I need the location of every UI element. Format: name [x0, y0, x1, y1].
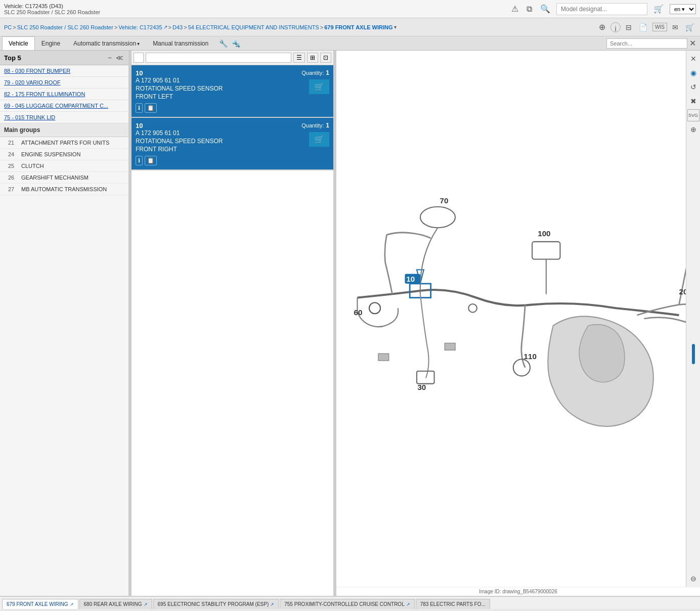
search-icon-top[interactable]: 🔍 — [538, 2, 552, 16]
breadcrumb-slc[interactable]: SLC 250 Roadster / SLC 260 Roadster — [17, 24, 113, 30]
parts-list-view[interactable]: ☰ — [293, 53, 305, 63]
wis-icon[interactable]: WIS — [652, 23, 667, 31]
part-2-name2: FRONT RIGHT — [136, 146, 223, 153]
diagram-area[interactable]: 70 60 10 100 200 110 30 ✕ ◉ ↺ ✖ — [336, 51, 700, 587]
breadcrumb-d43[interactable]: D43 — [172, 24, 183, 30]
tab-manual-label: Manual transmission — [153, 40, 208, 47]
vehicle-export-icon[interactable]: ↗ — [163, 24, 167, 30]
part-1-info-btn[interactable]: ℹ — [136, 103, 143, 113]
sidebar-collapse-btn[interactable]: − — [107, 54, 113, 62]
zoom-out-btn[interactable]: ⊖ — [687, 573, 699, 585]
diagram-view-btn[interactable]: ◉ — [687, 67, 699, 79]
svg-rect-9 — [445, 343, 455, 350]
tab-search-input[interactable] — [606, 38, 687, 49]
breadcrumb-electrical[interactable]: 54 ELECTRICAL EQUIPMENT AND INSTRUMENTS — [188, 24, 319, 30]
bottom-tab-783[interactable]: 783 ELECTRIC PARTS FO... — [416, 599, 490, 609]
zoom-in-breadcrumb[interactable]: ⊕ — [597, 20, 607, 34]
tab-automatic[interactable]: Automatic transmission ▾ — [67, 36, 146, 50]
sidebar-group-25[interactable]: 25 CLUTCH — [0, 160, 128, 172]
warning-icon[interactable]: ⚠ — [509, 2, 520, 16]
cross-btn[interactable]: ✖ — [687, 95, 699, 107]
parts-search-input[interactable] — [146, 53, 291, 63]
filter-icon[interactable]: ⊟ — [624, 21, 634, 33]
svg-text:10: 10 — [406, 275, 415, 283]
cart-icon-top[interactable]: 🛒 — [651, 2, 666, 16]
sidebar-item-88-030[interactable]: 88 - 030 FRONT BUMPER — [0, 65, 128, 77]
language-select[interactable]: en ▾ — [670, 4, 696, 14]
sidebar-group-27[interactable]: 27 MB AUTOMATIC TRANSMISSION — [0, 184, 128, 195]
bottom-tab-680-label: 680 REAR AXLE WIRING — [84, 601, 142, 607]
part-1-cart-btn[interactable]: 🛒 — [309, 79, 329, 94]
svg-text:100: 100 — [538, 229, 550, 238]
vehicle-info: Vehicle: C172435 (D43) SLC 250 Roadster … — [4, 3, 100, 15]
sidebar-item-82-175[interactable]: 82 - 175 FRONT ILLUMINATION — [0, 89, 128, 100]
part-1-qty: Quantity: 1 — [301, 69, 329, 76]
bottom-tab-679-ext: ↗ — [70, 602, 74, 607]
image-id-label: Image ID: drawing_B54679000026 — [336, 587, 700, 596]
part-1-qty-label: Quantity: — [301, 70, 324, 76]
parts-filter-box[interactable] — [134, 53, 144, 63]
sidebar-group-24-label: ENGINE SUSPENSION — [21, 151, 80, 157]
bottom-tab-783-label: 783 ELECTRIC PARTS FO... — [420, 601, 486, 607]
part-2-cart-btn[interactable]: 🛒 — [309, 132, 329, 147]
svg-rect-8 — [378, 354, 389, 361]
tab-bar: Vehicle Engine Automatic transmission ▾ … — [0, 36, 700, 51]
rotate-btn[interactable]: ↺ — [687, 81, 699, 93]
part-2-qty-value: 1 — [326, 122, 329, 129]
breadcrumb: PC > SLC 250 Roadster / SLC 260 Roadster… — [0, 18, 700, 36]
parts-list: 10 A 172 905 61 01 ROTATIONAL SPEED SENS… — [132, 65, 333, 596]
tab-icon-2[interactable]: 🔩 — [230, 37, 242, 50]
breadcrumb-front-axle[interactable]: 679 FRONT AXLE WIRING — [324, 24, 392, 30]
bottom-tab-680-ext: ↗ — [144, 602, 148, 607]
bottom-tab-755-ext: ↗ — [406, 602, 410, 607]
sidebar-group-24-num: 24 — [8, 151, 18, 157]
document-icon[interactable]: 📄 — [637, 21, 649, 33]
sidebar-group-24[interactable]: 24 ENGINE SUSPENSION — [0, 149, 128, 160]
sidebar-double-arrow-btn[interactable]: ≪ — [115, 54, 124, 62]
breadcrumb-pc[interactable]: PC — [4, 24, 12, 30]
zoom-in-btn[interactable]: ⊕ — [687, 123, 699, 136]
sidebar-group-27-label: MB AUTOMATIC TRANSMISSION — [21, 186, 107, 192]
bottom-tab-679[interactable]: 679 FRONT AXLE WIRING ↗ — [2, 599, 78, 609]
bottom-tab-680[interactable]: 680 REAR AXLE WIRING ↗ — [79, 599, 152, 609]
sidebar-group-21-num: 21 — [8, 140, 18, 146]
close-diagram-btn[interactable]: ✕ — [687, 53, 699, 65]
sidebar-item-79-020[interactable]: 79 - 020 VARIO ROOF — [0, 77, 128, 89]
tab-search-close[interactable]: ✕ — [687, 36, 698, 50]
bottom-tab-695[interactable]: 695 ELECTRONIC STABILITY PROGRAM (ESP) ↗ — [153, 599, 279, 609]
part-2-doc-btn[interactable]: 📋 — [145, 156, 157, 165]
tab-vehicle[interactable]: Vehicle — [2, 36, 35, 50]
info-icon[interactable]: i — [610, 22, 621, 32]
diagram-indicator — [692, 344, 695, 364]
vehicle-id: Vehicle: C172435 (D43) — [4, 3, 100, 9]
breadcrumb-vehicle[interactable]: Vehicle: C172435 — [118, 24, 162, 30]
part-1-doc-btn[interactable]: 📋 — [145, 103, 157, 113]
part-2-info-btn[interactable]: ℹ — [136, 156, 143, 165]
tab-automatic-dropdown[interactable]: ▾ — [137, 41, 140, 47]
part-1-name1: ROTATIONAL SPEED SENSOR — [136, 85, 223, 92]
tab-icon-1[interactable]: 🔧 — [217, 37, 230, 50]
mail-icon[interactable]: ✉ — [670, 21, 680, 33]
sidebar-group-26[interactable]: 26 GEARSHIFT MECHANISM — [0, 172, 128, 184]
sidebar-item-69-045[interactable]: 69 - 045 LUGGAGE COMPARTMENT C... — [0, 100, 128, 112]
part-2-qty: Quantity: 1 — [301, 122, 329, 129]
sidebar-header: Top 5 − ≪ — [0, 51, 128, 65]
bottom-tab-755[interactable]: 755 PROXIMITY-CONTROLLED CRUISE CONTROL … — [280, 599, 414, 609]
part-item-1: 10 A 172 905 61 01 ROTATIONAL SPEED SENS… — [132, 65, 333, 118]
tab-manual[interactable]: Manual transmission — [146, 36, 215, 50]
sidebar-group-21[interactable]: 21 ATTACHMENT PARTS FOR UNITS — [0, 137, 128, 149]
copy-icon[interactable]: ⧉ — [524, 3, 534, 16]
bottom-tab-695-ext: ↗ — [270, 602, 274, 607]
sidebar-item-75-015[interactable]: 75 - 015 TRUNK LID — [0, 112, 128, 123]
breadcrumb-dropdown-icon[interactable]: ▾ — [394, 24, 397, 30]
model-search-input[interactable] — [556, 3, 647, 15]
parts-expand[interactable]: ⊡ — [320, 53, 331, 63]
cart-icon-breadcrumb[interactable]: 🛒 — [683, 21, 696, 33]
parts-toolbar: ☰ ⊞ ⊡ — [132, 51, 333, 65]
svg-text:110: 110 — [524, 352, 537, 361]
svg-btn[interactable]: SVG — [687, 109, 699, 121]
part-1-number: A 172 905 61 01 — [136, 77, 223, 84]
parts-grid-view[interactable]: ⊞ — [307, 53, 318, 63]
tab-engine-label: Engine — [41, 40, 60, 47]
tab-engine[interactable]: Engine — [35, 36, 67, 50]
